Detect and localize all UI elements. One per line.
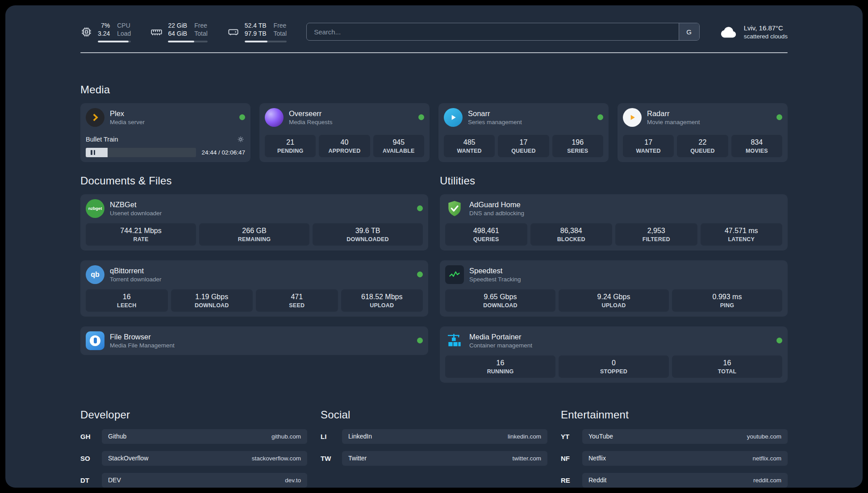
bookmark-link-github[interactable]: Github github.com [102, 429, 307, 444]
status-dot [776, 338, 782, 343]
portainer-app-link[interactable]: Media Portainer Container management [445, 331, 782, 350]
bookmark-abbr: DT [80, 476, 102, 484]
weather-widget[interactable]: Lviv, 16.87°C scattered clouds [719, 24, 788, 40]
bookmark-link-youtube[interactable]: YouTube youtube.com [582, 429, 788, 444]
stat-label: SERIES [554, 148, 601, 154]
card-subtitle: DNS and adblocking [469, 210, 524, 217]
bookmark-link-dev[interactable]: DEV dev.to [102, 473, 307, 488]
bookmarks-entertainment: Entertainment YT YouTube youtube.com NF … [561, 409, 788, 488]
status-dot [418, 114, 424, 120]
stat-total: 16 TOTAL [672, 355, 782, 378]
section-documents: Documents & Files nzbget NZBGet Usenet d… [80, 175, 428, 355]
bookmark-link-stackoverflow[interactable]: StackOverflow stackoverflow.com [102, 451, 307, 466]
stat-upload: 9.24 Gbps UPLOAD [559, 289, 669, 312]
stat-ping: 0.993 ms PING [672, 289, 782, 312]
stat-value: 17 [500, 138, 547, 146]
plex-now-playing: Bullet Train [86, 130, 245, 157]
sonarr-app-link[interactable]: Sonarr Series management [444, 108, 603, 127]
cpu-load-value: 3.24 [98, 29, 110, 38]
radarr-app-link[interactable]: Radarr Movie management [623, 108, 782, 127]
speedtest-card: Speedtest Speedtest Tracking 9.65 Gbps D… [440, 260, 788, 317]
playback-progress-bar[interactable] [100, 148, 196, 157]
bookmark-url: twitter.com [512, 455, 541, 462]
bookmark-url: dev.to [285, 477, 301, 484]
section-title-documents: Documents & Files [80, 175, 428, 187]
card-title: File Browser [110, 333, 175, 341]
stat-value: 945 [375, 138, 422, 146]
nzbget-app-link[interactable]: nzbget NZBGet Usenet downloader [86, 199, 423, 218]
bookmark-name: StackOverflow [108, 455, 148, 462]
stat-label: PENDING [267, 148, 314, 154]
search-bar: G [306, 23, 700, 41]
bookmark-netflix: NF Netflix netflix.com [561, 451, 788, 466]
stat-wanted: 17 WANTED [623, 135, 674, 157]
search-input[interactable] [307, 23, 679, 40]
gear-icon[interactable] [236, 135, 245, 144]
bookmark-link-twitter[interactable]: Twitter twitter.com [342, 451, 547, 466]
stat-rate: 744.21 Mbps RATE [86, 223, 196, 246]
bookmark-url: reddit.com [753, 477, 781, 484]
system-monitors: 7% 3.24 CPU Load [80, 21, 287, 42]
stat-label: DOWNLOAD [173, 302, 251, 309]
speedtest-graph-icon [445, 265, 464, 284]
filebrowser-card: File Browser Media File Management [80, 326, 428, 355]
bookmark-abbr: NF [561, 455, 582, 462]
stat-value: 40 [321, 138, 368, 146]
weather-condition: scattered clouds [744, 33, 788, 40]
header-divider [80, 52, 788, 53]
cpu-progress-bar [98, 41, 131, 42]
section-title-utilities: Utilities [440, 175, 788, 187]
bookmarks-social: Social LI LinkedIn linkedin.com TW Twitt… [321, 409, 547, 488]
adguard-shield-icon [445, 199, 464, 218]
stat-seed: 471 SEED [256, 289, 338, 312]
stat-value: 22 [679, 138, 726, 146]
search-engine-button[interactable]: G [679, 23, 699, 40]
bookmark-youtube: YT YouTube youtube.com [561, 429, 788, 444]
section-title-social: Social [321, 409, 547, 421]
stat-remaining: 266 GB REMAINING [199, 223, 309, 246]
stat-label: AVAILABLE [375, 148, 422, 154]
ram-label-2: Total [194, 29, 208, 38]
section-title-developer: Developer [80, 409, 307, 421]
qbittorrent-app-link[interactable]: qb qBittorrent Torrent downloader [86, 265, 423, 284]
bookmark-url: stackoverflow.com [252, 455, 301, 462]
plex-app-link[interactable]: Plex Media server [86, 108, 245, 127]
stat-value: 39.6 TB [314, 227, 421, 235]
stat-value: 9.65 Gbps [447, 293, 554, 301]
header-bar: 7% 3.24 CPU Load [80, 21, 788, 42]
bookmark-link-linkedin[interactable]: LinkedIn linkedin.com [342, 429, 547, 444]
overseerr-app-link[interactable]: Overseerr Media Requests [265, 108, 424, 127]
filebrowser-icon [86, 331, 104, 350]
bookmark-name: YouTube [588, 433, 613, 440]
bookmark-github: GH Github github.com [80, 429, 307, 444]
disk-label-2: Total [274, 29, 287, 38]
ram-progress-fill [168, 41, 194, 42]
bookmark-url: linkedin.com [508, 433, 541, 440]
status-dot [776, 114, 782, 120]
bookmark-linkedin: LI LinkedIn linkedin.com [321, 429, 547, 444]
disk-label-1: Free [274, 21, 287, 29]
stat-label: UPLOAD [560, 302, 667, 309]
card-subtitle: Series management [468, 119, 522, 125]
filebrowser-app-link[interactable]: File Browser Media File Management [86, 331, 423, 350]
speedtest-app-link[interactable]: Speedtest Speedtest Tracking [445, 265, 782, 284]
card-subtitle: Media Requests [289, 119, 333, 125]
disk-icon [227, 26, 239, 38]
pause-icon[interactable] [86, 148, 100, 157]
adguard-app-link[interactable]: AdGuard Home DNS and adblocking [445, 199, 782, 218]
stat-value: 17 [625, 138, 672, 146]
stat-value: 744.21 Mbps [88, 227, 194, 235]
bookmark-abbr: RE [561, 476, 582, 484]
stat-label: BLOCKED [532, 236, 611, 242]
stat-latency: 47.571 ms LATENCY [701, 223, 783, 246]
stat-label: RATE [88, 236, 194, 242]
card-title: Speedtest [469, 267, 521, 275]
plex-card: Plex Media server Bullet Train [80, 103, 250, 162]
card-title: Media Portainer [469, 333, 532, 341]
card-title: Radarr [647, 109, 700, 118]
stat-queued: 17 QUEUED [498, 135, 549, 157]
bookmark-link-netflix[interactable]: Netflix netflix.com [582, 451, 788, 466]
stat-value: 498,461 [447, 227, 526, 235]
bookmark-link-reddit[interactable]: Reddit reddit.com [582, 473, 788, 488]
ram-total-value: 64 GiB [168, 29, 187, 38]
